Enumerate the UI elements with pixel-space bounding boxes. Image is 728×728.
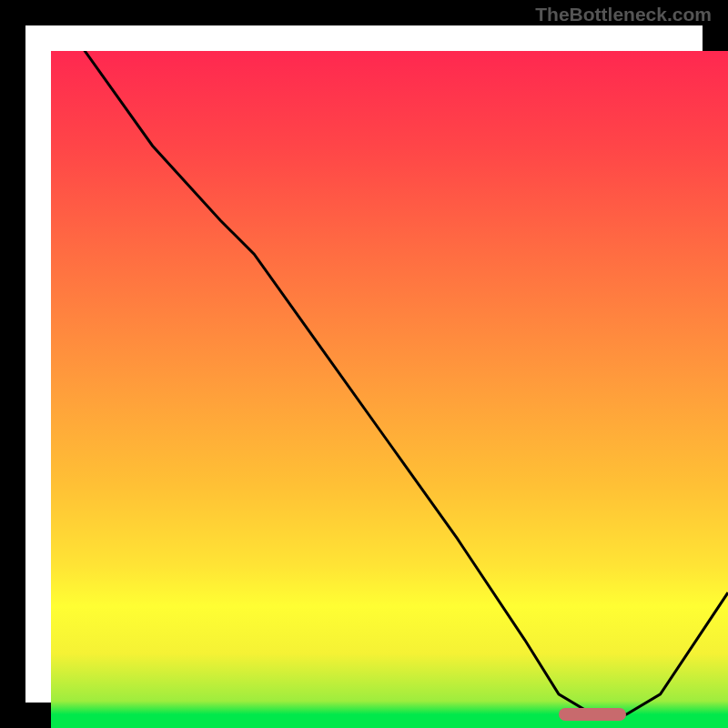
chart-frame: [0, 0, 728, 728]
optimal-range-marker: [559, 708, 626, 721]
watermark-text: TheBottleneck.com: [535, 4, 712, 25]
plot-area: [51, 51, 728, 728]
bottleneck-curve: [51, 51, 728, 728]
